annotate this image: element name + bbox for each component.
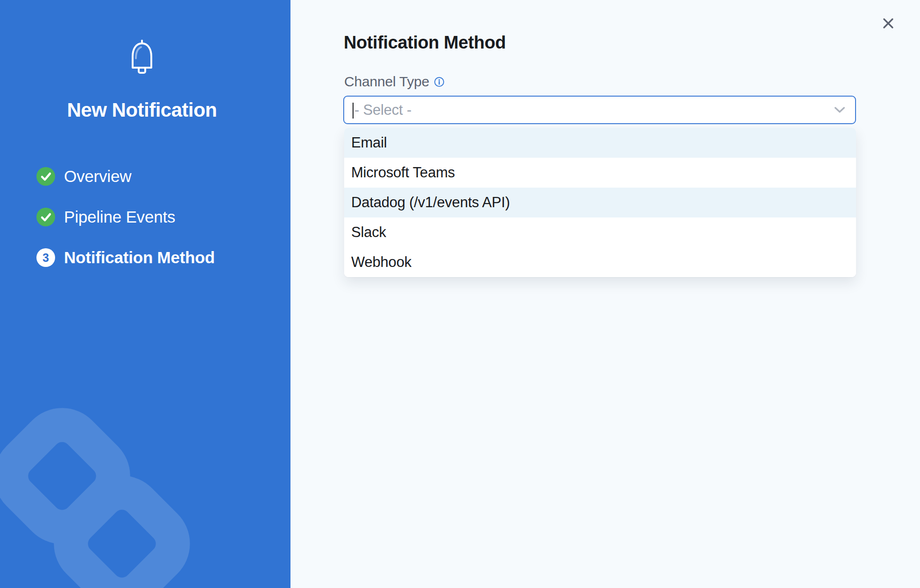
step-label: Notification Method [64,248,215,267]
wizard-title: New Notification [0,99,284,121]
check-icon [36,208,55,226]
panel-heading: Notification Method [344,33,506,53]
brand-watermark [0,327,290,588]
option-microsoft-teams[interactable]: Microsoft Teams [344,158,856,188]
close-button[interactable] [880,15,897,32]
notification-method-panel: Notification Method Channel Type - Selec… [290,0,920,588]
step-label: Overview [64,167,131,186]
bell-icon [127,39,157,76]
info-icon[interactable] [434,77,445,87]
channel-type-select[interactable]: - Select - [343,96,856,124]
chevron-down-icon [835,107,845,113]
option-email[interactable]: Email [344,128,856,158]
text-cursor [353,103,354,119]
channel-options-menu: Email Microsoft Teams Datadog (/v1/event… [344,128,856,277]
option-slack[interactable]: Slack [344,217,856,247]
check-icon [36,167,55,186]
wizard-sidebar: New Notification Overview Pipeline Event… [0,0,290,588]
wizard-steps: Overview Pipeline Events 3 Notification … [36,167,215,289]
select-placeholder: - Select - [354,102,411,119]
channel-type-label: Channel Type [344,74,429,90]
step-number-badge: 3 [36,248,55,267]
option-datadog[interactable]: Datadog (/v1/events API) [344,188,856,217]
channel-type-label-row: Channel Type [344,74,445,90]
step-overview[interactable]: Overview [36,167,215,186]
step-notification-method[interactable]: 3 Notification Method [36,248,215,267]
step-label: Pipeline Events [64,208,175,226]
close-icon [882,17,895,30]
new-notification-modal: New Notification Overview Pipeline Event… [0,0,920,588]
step-pipeline-events[interactable]: Pipeline Events [36,208,215,226]
option-webhook[interactable]: Webhook [344,247,856,277]
